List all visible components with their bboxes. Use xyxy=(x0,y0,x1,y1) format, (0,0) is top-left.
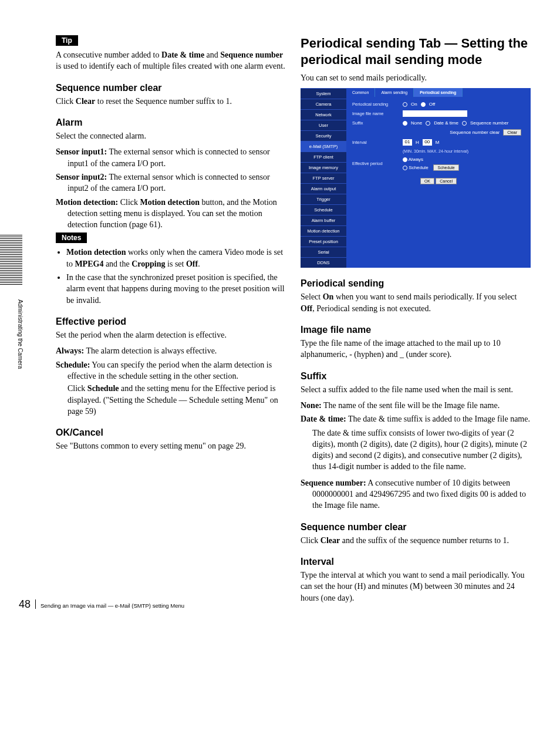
ui-row-suffix: Suffix None Date & time Sequence number xyxy=(352,120,525,126)
nav-item[interactable]: Motion detection xyxy=(301,225,346,236)
heading-periodical-sending: Periodical sending xyxy=(301,278,531,289)
nav-item[interactable]: Schedule xyxy=(301,204,346,215)
ok-button[interactable]: OK xyxy=(420,178,434,184)
heading-seq-clear: Sequence number clear xyxy=(56,83,286,93)
side-section-label: Administrating the Camera xyxy=(17,299,23,369)
heading-suffix: Suffix xyxy=(301,371,531,382)
nav-item[interactable]: FTP server xyxy=(301,173,346,183)
ui-form: Periodical sending On Off Image file nam… xyxy=(346,97,531,194)
nav-item[interactable]: System xyxy=(301,88,346,99)
radio-off[interactable] xyxy=(421,102,426,107)
cancel-button[interactable]: Cancel xyxy=(436,178,457,184)
radio-always[interactable] xyxy=(403,157,407,162)
heading-effective-period: Effective period xyxy=(56,316,286,327)
ui-row-periodical: Periodical sending On Off xyxy=(352,102,525,107)
nav-item[interactable]: Preset position xyxy=(301,236,346,247)
ui-nav: SystemCameraNetworkUserSecuritye-Mail (S… xyxy=(301,88,346,268)
snc-text: Click Clear and the suffix of the sequen… xyxy=(301,535,531,546)
tab-item[interactable]: Common xyxy=(346,88,375,97)
sensor1-item: Sensor input1: The external sensor which… xyxy=(56,146,286,169)
nav-item[interactable]: Image memory xyxy=(301,162,346,173)
eff-schedule: Schedule: You can specify the period whe… xyxy=(56,359,286,382)
radio-suffix-none[interactable] xyxy=(403,121,407,126)
tip-badge: Tip xyxy=(56,35,78,46)
sfx-datetime: Date & time: The date & time suffix is a… xyxy=(301,413,531,424)
ui-row-filename: Image file name xyxy=(352,110,525,117)
radio-on[interactable] xyxy=(403,102,407,107)
note-2: In the case that the synchronized preset… xyxy=(66,272,286,306)
min-input[interactable]: 00 xyxy=(423,139,432,146)
motion-item: Motion detection: Click Motion detection… xyxy=(56,197,286,231)
seq-clear-text: Click Clear to reset the Sequence number… xyxy=(56,96,286,107)
radio-suffix-dt[interactable] xyxy=(426,121,430,126)
eff-schedule-2: Click Schedule and the setting menu for … xyxy=(56,383,286,417)
footer-text: Sending an Image via mail — e-Mail (SMTP… xyxy=(41,602,184,609)
sfx-intro: Select a suffix added to the file name u… xyxy=(301,384,531,395)
notes-list: Motion detection works only when the cam… xyxy=(56,247,286,306)
nav-item[interactable]: Camera xyxy=(301,99,346,109)
clear-button[interactable]: Clear xyxy=(503,129,521,136)
hour-input[interactable]: 01 xyxy=(403,139,412,146)
side-decoration xyxy=(0,235,22,285)
nav-item[interactable]: FTP client xyxy=(301,151,346,162)
heading-alarm: Alarm xyxy=(56,117,286,128)
eff-always: Always: The alarm detection is always ef… xyxy=(56,345,286,356)
nav-item[interactable]: Trigger xyxy=(301,194,346,204)
nav-item[interactable]: Alarm buffer xyxy=(301,215,346,225)
footer-divider xyxy=(35,599,36,609)
nav-item[interactable]: e-Mail (SMTP) xyxy=(301,141,346,151)
heading-seq-clear-r: Sequence number clear xyxy=(301,522,531,533)
page-number: 48 xyxy=(19,598,31,611)
sfx-none: None: The name of the sent file will be … xyxy=(301,400,531,411)
nav-item[interactable]: Serial xyxy=(301,247,346,257)
ui-tabs: CommonAlarm sendingPeriodical sending xyxy=(346,88,531,97)
nav-item[interactable]: DDNS xyxy=(301,257,346,268)
sfx-seqnum: Sequence number: A consecutive number of… xyxy=(301,477,531,511)
heading-interval: Interval xyxy=(301,557,531,567)
ui-row-effective: Effective period Always Schedule Schedul… xyxy=(352,157,525,170)
nav-item[interactable]: Alarm output xyxy=(301,183,346,194)
radio-schedule[interactable] xyxy=(403,166,407,170)
ui-bottom-buttons: OK Cancel xyxy=(352,174,525,188)
tab-item[interactable]: Alarm sending xyxy=(375,88,414,97)
ui-row-seqclear: Sequence number clear Clear xyxy=(352,129,525,136)
ui-screenshot: SystemCameraNetworkUserSecuritye-Mail (S… xyxy=(301,88,531,268)
notes-badge: Notes xyxy=(56,233,87,243)
note-1: Motion detection works only when the cam… xyxy=(66,247,286,269)
sensor2-item: Sensor input2: The external sensor which… xyxy=(56,171,286,194)
interval-hint: (MIN. 30min. MAX. 24-hour interval) xyxy=(403,149,525,153)
nav-item[interactable]: Network xyxy=(301,109,346,120)
ui-body: CommonAlarm sendingPeriodical sending Pe… xyxy=(346,88,531,268)
section-intro: You can set to send mails periodically. xyxy=(301,72,531,83)
filename-input[interactable] xyxy=(403,110,467,117)
ps-text: Select On when you want to send mails pe… xyxy=(301,291,531,314)
sfx-datetime-2: The date & time suffix consists of lower… xyxy=(301,427,531,473)
int-text: Type the interval at which you want to s… xyxy=(301,570,531,604)
alarm-intro: Select the connected alarm. xyxy=(56,130,286,141)
left-column: Tip A consecutive number added to Date &… xyxy=(56,35,286,608)
okc-text: See "Buttons common to every setting men… xyxy=(56,440,286,452)
radio-suffix-seq[interactable] xyxy=(462,121,467,126)
tab-item[interactable]: Periodical sending xyxy=(414,88,463,97)
page-footer: 48 Sending an Image via mail — e-Mail (S… xyxy=(19,598,184,611)
schedule-button[interactable]: Schedule xyxy=(433,164,458,171)
nav-item[interactable]: User xyxy=(301,120,346,130)
right-column: Periodical sending Tab — Setting the per… xyxy=(301,35,531,608)
heading-ok-cancel: OK/Cancel xyxy=(56,427,286,438)
section-title: Periodical sending Tab — Setting the per… xyxy=(301,35,531,68)
ui-row-interval: Interval 01 H 00 M xyxy=(352,139,525,146)
heading-image-file-name: Image file name xyxy=(301,325,531,335)
tip-text: A consecutive number added to Date & tim… xyxy=(56,49,286,72)
eff-intro: Set the period when the alarm detection … xyxy=(56,329,286,341)
nav-item[interactable]: Security xyxy=(301,130,346,141)
ifn-text: Type the file name of the image attached… xyxy=(301,338,531,360)
